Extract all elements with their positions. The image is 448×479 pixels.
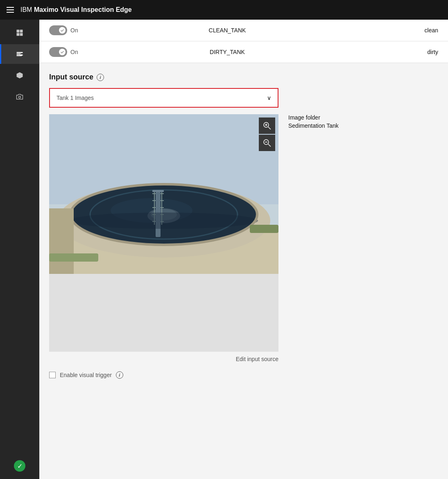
svg-rect-29	[152, 193, 156, 194]
svg-rect-31	[152, 207, 156, 208]
model-table: On CLEAN_TANK clean	[39, 20, 448, 63]
edit-link-container: Edit input source	[39, 352, 288, 366]
toggle-check-clean	[59, 27, 66, 34]
toggle-label-clean: On	[70, 27, 78, 34]
svg-rect-37	[161, 207, 164, 208]
svg-marker-7	[17, 72, 23, 79]
hamburger-menu[interactable]	[7, 7, 14, 13]
check-icon-dirty	[60, 50, 64, 54]
svg-rect-5	[17, 54, 21, 55]
sidebar-item-camera[interactable]	[0, 87, 39, 106]
visual-trigger-label: Enable visual trigger	[60, 372, 112, 378]
table-row: On CLEAN_TANK clean	[39, 20, 448, 41]
enable-visual-trigger-checkbox[interactable]	[49, 372, 56, 378]
info-symbol: i	[100, 75, 101, 80]
app-title: IBM Maximo Visual Inspection Edge	[20, 6, 132, 14]
svg-point-9	[19, 96, 21, 98]
svg-rect-30	[152, 200, 156, 201]
toggle-track-clean	[49, 25, 67, 35]
svg-rect-42	[49, 208, 74, 274]
topbar: IBM Maximo Visual Inspection Edge	[0, 0, 448, 20]
sidebar-item-models[interactable]	[0, 66, 39, 85]
camera-icon	[16, 93, 24, 101]
sidebar: ✓	[0, 20, 39, 479]
input-source-section: Input source i Tank 1 Images ∨	[39, 63, 448, 108]
table-row: On DIRTY_TANK dirty	[39, 41, 448, 63]
model-value-dirty: dirty	[356, 49, 438, 55]
svg-line-11	[268, 127, 271, 129]
svg-rect-43	[250, 225, 278, 233]
toggle-switch-dirty[interactable]	[49, 47, 67, 57]
input-source-info-icon[interactable]: i	[97, 74, 104, 81]
visual-trigger-info-icon[interactable]: i	[116, 371, 123, 379]
image-controls	[259, 117, 275, 151]
chevron-down-icon: ∨	[267, 95, 271, 101]
toggle-switch-clean[interactable]	[49, 25, 67, 35]
svg-point-40	[70, 212, 258, 229]
deploy-icon	[16, 50, 24, 58]
models-icon	[16, 71, 24, 79]
bottom-spacer	[39, 384, 448, 400]
svg-rect-36	[161, 200, 164, 201]
input-source-dropdown[interactable]: Tank 1 Images ∨	[49, 88, 278, 108]
model-value-clean: clean	[356, 27, 438, 34]
status-indicator: ✓	[14, 460, 25, 472]
svg-rect-0	[17, 30, 20, 33]
zoom-out-button[interactable]	[259, 135, 275, 151]
toggle-clean[interactable]: On	[49, 25, 98, 35]
toggle-check-dirty	[59, 49, 66, 55]
section-title: Input source	[49, 73, 93, 81]
image-folder-label: Image folder	[288, 114, 339, 121]
image-metadata: Image folder Sedimentation Tank	[288, 114, 339, 129]
info-symbol-2: i	[119, 373, 120, 377]
svg-line-15	[268, 144, 271, 147]
sidebar-item-dashboard[interactable]	[0, 23, 39, 43]
image-name-label: Sedimentation Tank	[288, 122, 339, 129]
image-bottom-gray	[49, 274, 278, 352]
visual-trigger-row: Enable visual trigger i	[39, 366, 448, 384]
tank-image	[49, 114, 278, 274]
image-section: Image folder Sedimentation Tank	[39, 114, 448, 352]
svg-rect-35	[161, 193, 164, 194]
svg-rect-3	[20, 33, 23, 36]
edit-input-source-link[interactable]: Edit input source	[236, 356, 278, 362]
sidebar-item-deploy[interactable]	[0, 44, 39, 64]
content-area: On CLEAN_TANK clean	[39, 20, 448, 479]
svg-rect-1	[20, 30, 23, 33]
zoom-out-icon	[263, 139, 271, 147]
zoom-in-icon	[263, 122, 271, 130]
svg-rect-27	[152, 190, 164, 192]
image-wrapper	[49, 114, 278, 352]
svg-rect-2	[17, 33, 20, 36]
dashboard-icon	[16, 29, 24, 37]
toggle-dirty[interactable]: On	[49, 47, 98, 57]
main-layout: ✓ On	[0, 20, 448, 479]
zoom-in-button[interactable]	[259, 117, 275, 134]
svg-rect-4	[17, 52, 23, 53]
model-name-dirty: DIRTY_TANK	[98, 49, 356, 55]
check-icon-clean	[60, 28, 64, 32]
sidebar-status: ✓	[0, 459, 39, 479]
dropdown-selected-value: Tank 1 Images	[57, 95, 267, 101]
svg-rect-44	[49, 253, 98, 262]
model-name-clean: CLEAN_TANK	[98, 27, 356, 34]
toggle-label-dirty: On	[70, 49, 78, 55]
section-header: Input source i	[49, 73, 438, 81]
toggle-track-dirty	[49, 47, 67, 57]
